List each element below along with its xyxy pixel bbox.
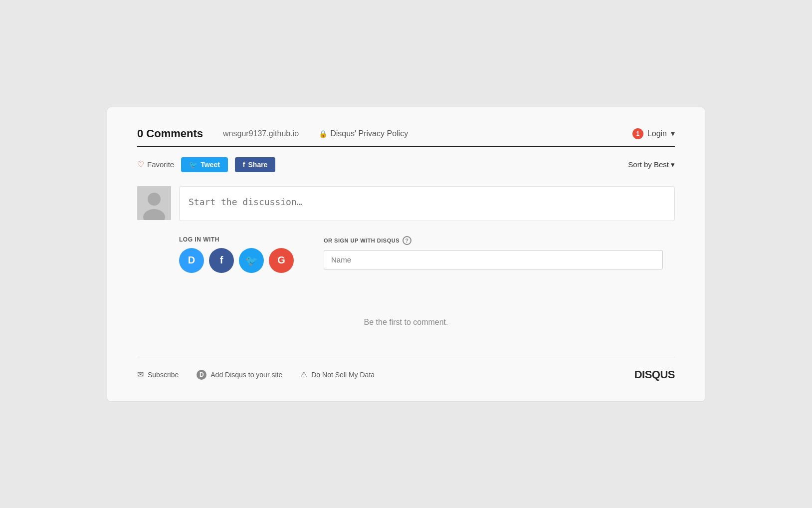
twitter-login-button[interactable]: 🐦 xyxy=(239,248,264,273)
disqus-login-button[interactable]: D xyxy=(179,248,204,273)
log-in-label: LOG IN WITH xyxy=(179,236,294,243)
avatar-svg xyxy=(137,186,171,220)
social-icons: D f 🐦 G xyxy=(179,248,294,273)
notification-badge: 1 xyxy=(632,128,643,139)
auth-section: LOG IN WITH D f 🐦 G OR SIGN UP WITH DISQ… xyxy=(179,236,675,273)
twitter-bird-icon: 🐦 xyxy=(245,254,258,266)
heart-icon: ♡ xyxy=(137,160,144,169)
comment-input[interactable] xyxy=(179,186,675,221)
log-in-with-section: LOG IN WITH D f 🐦 G xyxy=(179,236,294,273)
sign-up-label: OR SIGN UP WITH DISQUS ? xyxy=(324,236,663,245)
facebook-login-button[interactable]: f xyxy=(209,248,234,273)
disqus-widget: 0 Comments wnsgur9137.github.io 🔒 Disqus… xyxy=(107,107,705,402)
name-input[interactable] xyxy=(324,250,663,269)
disqus-logo: DISQUS xyxy=(634,368,675,381)
sort-label: Sort by Best xyxy=(628,160,669,169)
empty-state: Be the first to comment. xyxy=(137,298,675,357)
svg-point-1 xyxy=(148,193,161,206)
disqus-letter: D xyxy=(188,254,195,266)
privacy-link[interactable]: 🔒 Disqus' Privacy Policy xyxy=(319,129,408,138)
sign-up-section: OR SIGN UP WITH DISQUS ? xyxy=(324,236,663,273)
login-button[interactable]: 1 Login ▾ xyxy=(632,128,675,139)
empty-state-message: Be the first to comment. xyxy=(364,318,448,326)
favorite-button[interactable]: ♡ Favorite xyxy=(137,160,174,169)
help-icon[interactable]: ? xyxy=(403,236,411,245)
login-label: Login xyxy=(647,129,667,138)
add-disqus-button[interactable]: D Add Disqus to your site xyxy=(197,370,282,380)
warning-icon: ⚠ xyxy=(300,370,307,379)
chevron-down-icon: ▾ xyxy=(671,160,675,169)
facebook-letter: f xyxy=(220,254,223,266)
header-row: 0 Comments wnsgur9137.github.io 🔒 Disqus… xyxy=(137,127,675,147)
share-label: Share xyxy=(248,161,268,169)
sort-button[interactable]: Sort by Best ▾ xyxy=(628,160,675,169)
tweet-label: Tweet xyxy=(201,161,220,169)
twitter-icon: 🐦 xyxy=(189,161,198,169)
add-disqus-label: Add Disqus to your site xyxy=(210,371,282,379)
subscribe-button[interactable]: ✉ Subscribe xyxy=(137,370,179,379)
favorite-label: Favorite xyxy=(147,160,174,169)
footer: ✉ Subscribe D Add Disqus to your site ⚠ … xyxy=(137,357,675,381)
subscribe-label: Subscribe xyxy=(148,371,179,379)
sign-up-text: OR SIGN UP WITH DISQUS xyxy=(324,238,400,244)
facebook-icon: f xyxy=(243,161,245,169)
google-login-button[interactable]: G xyxy=(269,248,294,273)
do-not-sell-button[interactable]: ⚠ Do Not Sell My Data xyxy=(300,370,375,379)
share-button[interactable]: f Share xyxy=(235,157,276,172)
do-not-sell-label: Do Not Sell My Data xyxy=(311,371,375,379)
site-link[interactable]: wnsgur9137.github.io xyxy=(223,129,299,138)
chevron-down-icon: ▾ xyxy=(671,129,675,138)
lock-icon: 🔒 xyxy=(319,130,327,138)
disqus-d-icon: D xyxy=(197,370,206,380)
tweet-button[interactable]: 🐦 Tweet xyxy=(181,157,228,172)
envelope-icon: ✉ xyxy=(137,370,144,379)
privacy-label: Disqus' Privacy Policy xyxy=(330,129,408,138)
google-letter: G xyxy=(277,254,285,266)
actions-row: ♡ Favorite 🐦 Tweet f Share Sort by Best … xyxy=(137,157,675,172)
comments-count: 0 Comments xyxy=(137,127,203,140)
comment-input-row xyxy=(137,186,675,221)
avatar xyxy=(137,186,171,220)
